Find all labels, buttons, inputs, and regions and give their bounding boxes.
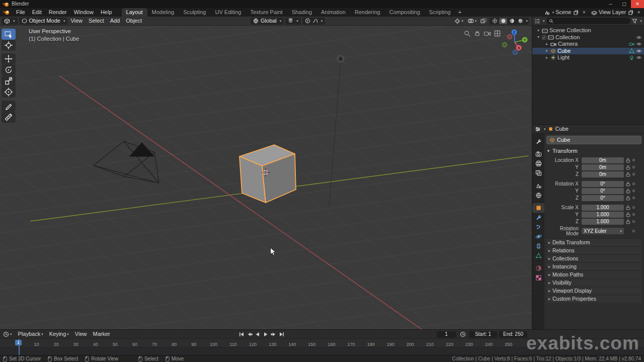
tool-transform[interactable] <box>2 86 16 98</box>
jump-to-end-button[interactable] <box>278 331 285 338</box>
tool-move[interactable] <box>2 53 16 64</box>
outliner-item-label[interactable]: Scene Collection <box>549 28 591 33</box>
tab-rendering[interactable]: Rendering <box>350 8 385 17</box>
properties-editor-caret-icon[interactable]: ▾ <box>544 127 546 131</box>
zoom-icon[interactable] <box>463 29 471 37</box>
properties-panel-header[interactable]: ▸ Custom Properties <box>546 295 641 303</box>
close-button[interactable]: ✕ <box>631 0 644 8</box>
animate-dot-icon[interactable] <box>632 206 635 209</box>
tool-annotate[interactable] <box>2 101 16 112</box>
tab-scripting[interactable]: Scripting <box>425 8 455 17</box>
outliner-editor-icon[interactable] <box>534 18 540 24</box>
tab-object-icon[interactable] <box>532 203 544 213</box>
viewport-menu-object[interactable]: Object <box>123 18 145 24</box>
tab-scene-icon[interactable] <box>532 181 544 191</box>
xray-toggle[interactable] <box>479 18 488 24</box>
eye-icon[interactable] <box>636 55 642 60</box>
outliner-item-label[interactable]: Cube <box>557 48 571 54</box>
outliner-row-light[interactable]: ▸ Light <box>532 54 644 61</box>
transform-value-field[interactable]: 0° <box>582 188 624 194</box>
shading-solid-button[interactable] <box>499 18 507 24</box>
ortho-toggle-icon[interactable] <box>493 29 501 37</box>
show-gizmo-toggle[interactable]: ▾ <box>453 18 464 24</box>
menu-render[interactable]: Render <box>45 8 70 17</box>
disclosure-caret-icon[interactable]: ▾ <box>536 35 540 39</box>
outliner-filter-caret-icon[interactable]: ▾ <box>640 19 642 23</box>
pan-hand-icon[interactable] <box>473 29 481 37</box>
frame-end-field[interactable]: End: 250 <box>499 331 527 338</box>
animate-dot-icon[interactable] <box>632 159 635 161</box>
light-object[interactable] <box>338 56 344 62</box>
current-frame-field[interactable]: 1 <box>437 331 456 338</box>
outliner-row-scene-collection[interactable]: ▾ Scene Collection <box>532 27 644 34</box>
tab-texture-paint[interactable]: Texture Paint <box>246 8 287 17</box>
lock-icon[interactable] <box>626 158 630 163</box>
tab-modifiers-icon[interactable] <box>532 213 544 222</box>
transform-value-field[interactable]: 1.000 <box>582 205 624 211</box>
eye-icon[interactable] <box>636 35 642 40</box>
tab-world-icon[interactable] <box>532 191 544 200</box>
animate-dot-icon[interactable] <box>632 173 635 175</box>
lock-icon[interactable] <box>626 212 630 217</box>
lock-icon[interactable] <box>626 219 630 224</box>
frame-start-field[interactable]: Start: 1 <box>469 331 497 338</box>
timeline-menu-playback[interactable]: Playback▾ <box>15 331 46 337</box>
properties-panel-header[interactable]: ▸ Instancing <box>546 262 641 270</box>
lock-icon[interactable] <box>626 205 630 210</box>
disclosure-caret-icon[interactable]: ▸ <box>545 49 549 53</box>
prev-keyframe-button[interactable] <box>246 331 253 338</box>
transform-panel-header[interactable]: ▼ Transform <box>546 147 641 155</box>
tab-output-icon[interactable] <box>532 159 544 168</box>
lock-icon[interactable] <box>626 196 630 201</box>
timeline-menu-view[interactable]: View <box>72 331 90 337</box>
tab-tool-icon[interactable] <box>532 137 544 146</box>
eye-icon[interactable] <box>636 49 642 53</box>
tab-render-icon[interactable] <box>532 149 544 159</box>
transform-orientation-dropdown[interactable]: Global ▾ <box>251 18 284 25</box>
outliner-row-camera[interactable]: ▸ Camera <box>532 41 644 48</box>
properties-editor-icon[interactable] <box>535 126 541 132</box>
new-scene-icon[interactable] <box>573 10 580 15</box>
editor-type-button[interactable]: ▾ <box>2 18 18 25</box>
tab-modeling[interactable]: Modeling <box>147 8 179 17</box>
gizmo-z-neg[interactable] <box>513 50 518 55</box>
viewport-menu-select[interactable]: Select <box>86 18 107 24</box>
transform-value-field[interactable]: 0° <box>582 195 624 201</box>
tab-animation[interactable]: Animation <box>316 8 350 17</box>
play-reverse-button[interactable] <box>254 331 261 338</box>
play-button[interactable] <box>262 331 269 338</box>
shading-caret-icon[interactable]: ▾ <box>526 19 528 23</box>
tab-view-layer-icon[interactable] <box>532 168 544 178</box>
outliner-item-label[interactable]: Light <box>557 55 570 60</box>
tab-physics-icon[interactable] <box>532 232 544 241</box>
tab-shading[interactable]: Shading <box>287 8 316 17</box>
shading-rendered-button[interactable] <box>516 18 524 24</box>
transform-value-field[interactable]: 1.000 <box>582 212 624 218</box>
tab-compositing[interactable]: Compositing <box>385 8 425 17</box>
preview-range-icon[interactable] <box>460 331 466 338</box>
tab-material-icon[interactable] <box>532 263 544 273</box>
transform-value-field[interactable]: 0m <box>582 157 624 163</box>
properties-panel-header[interactable]: ▸ Visibility <box>546 279 641 287</box>
menu-file[interactable]: File <box>13 8 29 17</box>
tab-texture-icon[interactable] <box>532 273 544 283</box>
next-keyframe-button[interactable] <box>270 331 277 338</box>
animate-dot-icon[interactable] <box>632 220 635 223</box>
transform-value-field[interactable]: 1.000 <box>582 219 624 225</box>
tool-cursor[interactable] <box>2 40 16 51</box>
outliner-item-label[interactable]: Camera <box>558 41 578 47</box>
mode-dropdown[interactable]: Object Mode ▾ <box>19 18 68 25</box>
transform-value-field[interactable]: 0m <box>582 164 624 170</box>
rotation-mode-dropdown[interactable]: XYZ Euler ▾ <box>582 228 624 234</box>
remove-view-layer-icon[interactable]: ✕ <box>636 11 641 15</box>
properties-panel-header[interactable]: ▸ Collections <box>546 254 641 262</box>
properties-panel-header[interactable]: ▸ Motion Paths <box>546 270 641 279</box>
show-overlays-toggle[interactable]: ▾ <box>466 18 478 24</box>
maximize-button[interactable]: ▢ <box>617 0 631 8</box>
scene-icon[interactable] <box>544 10 550 16</box>
outliner-search[interactable] <box>546 18 631 24</box>
animate-dot-icon[interactable] <box>632 230 635 232</box>
menu-window[interactable]: Window <box>70 8 97 17</box>
animate-dot-icon[interactable] <box>632 166 635 168</box>
menu-help[interactable]: Help <box>97 8 116 17</box>
